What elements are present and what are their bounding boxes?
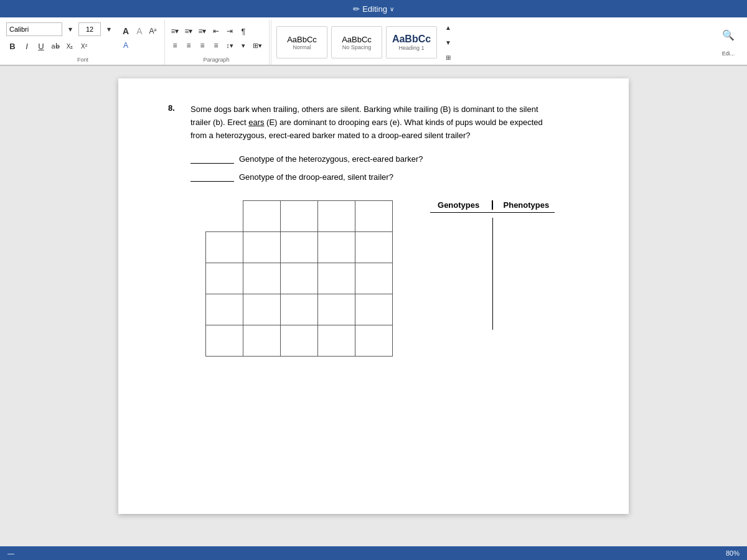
increase-indent-button[interactable]: ⇥ [223,25,236,37]
font-name-row: ▾ ▾ [6,22,115,36]
clear-format-button[interactable]: Aᵃ [147,25,159,37]
show-formatting-button[interactable]: ¶ [237,25,250,37]
borders-button[interactable]: ⊞▾ [251,39,264,52]
bold-button[interactable]: B [6,40,19,52]
punnett-cell-header-2[interactable] [281,201,318,232]
align-center-button[interactable]: ≡ [182,39,195,52]
styles-expand[interactable]: ⊞ [442,51,454,63]
gp-body [430,218,555,330]
punnett-cell-1-4[interactable] [355,232,393,263]
style-nospacing-label: No Spacing [342,44,372,50]
style-normal-box[interactable]: AaBbCc Normal [276,26,327,58]
punnett-cell-1-3[interactable] [318,232,355,263]
style-nospacing-box[interactable]: AaBbCc No Spacing [331,26,382,58]
document-area: 8. Some dogs bark when trailing, others … [0,66,747,546]
styles-group: AaBbCc Normal AaBbCc No Spacing AaBbCc H… [271,20,743,65]
punnett-cell-4-4[interactable] [355,325,393,357]
punnett-cell-2-4[interactable] [355,263,393,294]
punnett-row-label-2[interactable] [206,263,243,294]
status-separator: — [7,549,14,557]
text-highlight-a-button[interactable]: A [133,25,146,37]
styles-scroll-up[interactable]: ▲ [442,21,454,34]
font-group: ▾ ▾ B I U ab̶ X₂ X² [4,20,165,65]
punnett-cell-2-2[interactable] [281,263,318,294]
punnett-cell-4-2[interactable] [281,325,318,357]
blank1-label: Genotype of the heterozygous, erect-eare… [239,154,423,164]
text-effects-button[interactable]: A [120,39,132,52]
decrease-indent-button[interactable]: ⇤ [210,25,222,37]
font-size-input[interactable] [78,22,101,36]
subscript-button[interactable]: X₂ [63,40,76,52]
punnett-cell-header-1[interactable] [243,201,281,232]
punnett-cell-4-3[interactable] [318,325,355,357]
punnett-row-3 [206,294,393,325]
gp-divider [492,200,493,210]
paragraph-label: Paragraph [169,55,264,63]
phenotypes-column[interactable] [493,218,555,330]
font-color-a-button[interactable]: A [120,25,132,37]
punnett-cell-1-1[interactable] [243,232,281,263]
question-line3: from a heterozygous, erect-eared barker … [190,131,470,140]
punnett-row-header [206,201,393,232]
punnett-cell-2-1[interactable] [243,263,281,294]
punnett-cell-header-3[interactable] [318,201,355,232]
gp-header-row: Genotypes Phenotypes [430,200,555,213]
paragraph-group: ≡▾ ≡▾ ≡▾ ⇤ ⇥ ¶ ≡ ≡ ≡ ≡ ↕▾ ▾ ⊞▾ [166,20,270,65]
font-name-chevron[interactable]: ▾ [64,23,77,35]
punnett-row-1 [206,232,393,263]
style-heading1-box[interactable]: AaBbCc Heading 1 [386,26,437,58]
superscript-button[interactable]: X² [78,40,90,52]
punnett-cell-1-2[interactable] [281,232,318,263]
punnett-row-label-3[interactable] [206,294,243,325]
punnett-cell-2-3[interactable] [318,263,355,294]
punnett-cell-3-2[interactable] [281,294,318,325]
punnett-cell-header-4[interactable] [355,201,393,232]
punnett-cell-4-1[interactable] [243,325,281,357]
genotypes-phenotypes-section: Genotypes Phenotypes [430,200,555,330]
underline-button[interactable]: U [35,40,47,52]
editing-replace-button[interactable]: Edi... [720,47,737,60]
question-line2: trailer (b). Erect ears (E) are dominant… [190,118,543,127]
blank1 [190,155,234,164]
style-heading1-label: Heading 1 [398,45,424,51]
status-bar: — 80% [0,546,747,560]
editing-button[interactable]: ✏ Editing ∨ [347,3,400,15]
multilevel-button[interactable]: ≡▾ [196,25,209,37]
blank1-line: Genotype of the heterozygous, erect-eare… [190,154,591,164]
question-line1: Some dogs bark when trailing, others are… [190,105,538,114]
style-heading1-sample: AaBbCc [392,34,431,45]
punnett-cell-3-1[interactable] [243,294,281,325]
styles-scroll-down[interactable]: ▼ [442,36,454,49]
style-normal-sample: AaBbCc [287,35,317,44]
ears-underline: ears [248,118,264,127]
punnett-row-label-4[interactable] [206,325,243,357]
question-text: Some dogs bark when trailing, others are… [190,103,543,142]
justify-button[interactable]: ≡ [210,39,222,52]
line-spacing-button[interactable]: ↕▾ [223,39,236,52]
italic-button[interactable]: I [21,40,33,52]
find-button[interactable]: 🔍 [718,25,738,45]
chevron-down-icon: ∨ [390,6,394,12]
style-normal-label: Normal [293,44,311,50]
question-number: 8. [168,103,183,142]
blank2-line: Genotype of the droop-eared, silent trai… [190,172,591,182]
strikethrough-button[interactable]: ab̶ [49,40,62,52]
editing-label: Editing [362,4,387,14]
zoom-level: 80% [726,549,740,557]
align-right-button[interactable]: ≡ [196,39,209,52]
punnett-row-2 [206,263,393,294]
font-size-chevron[interactable]: ▾ [103,23,115,35]
genotypes-column[interactable] [430,218,493,330]
phenotypes-header: Phenotypes [498,200,555,210]
align-left-button[interactable]: ≡ [169,39,181,52]
font-name-input[interactable] [6,22,62,36]
punnett-cell-3-3[interactable] [318,294,355,325]
document-page[interactable]: 8. Some dogs bark when trailing, others … [118,78,629,514]
numbering-button[interactable]: ≡▾ [182,25,195,37]
ribbon-row: ▾ ▾ B I U ab̶ X₂ X² [0,17,747,65]
bullets-button[interactable]: ≡▾ [169,25,181,37]
punnett-cell-header-top-left [206,201,243,232]
punnett-cell-3-4[interactable] [355,294,393,325]
shading-button[interactable]: ▾ [237,39,250,52]
punnett-row-label-1[interactable] [206,232,243,263]
